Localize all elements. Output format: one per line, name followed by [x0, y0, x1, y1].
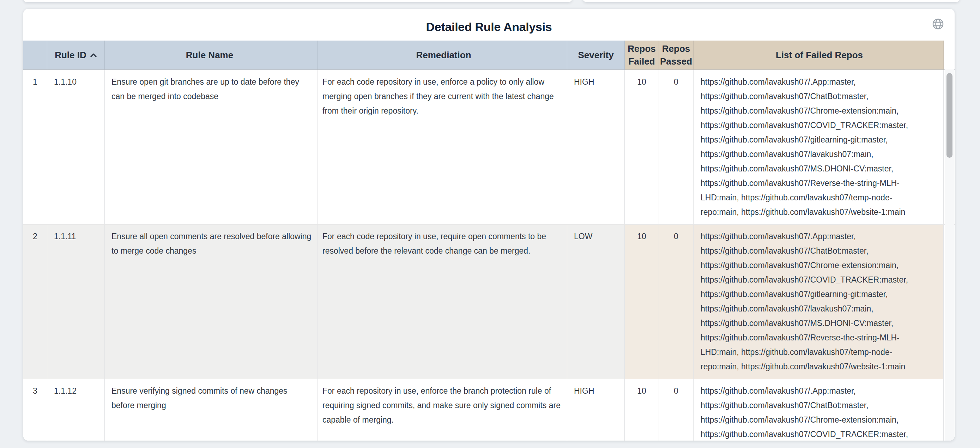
panel-above-right — [583, 0, 959, 2]
header-cell-remediation[interactable]: Remediation — [318, 41, 567, 70]
severity-cell: LOW — [567, 225, 625, 379]
globe-button[interactable] — [931, 17, 945, 31]
header-cell-rule-name[interactable]: Rule Name — [105, 41, 318, 70]
card-header: Detailed Rule Analysis — [23, 9, 955, 41]
table-row: 2 1.1.11 Ensure all open comments are re… — [23, 225, 955, 379]
severity-cell: HIGH — [567, 379, 625, 441]
failed-repos-cell: https://github.com/lavakush07/.App:maste… — [694, 70, 943, 224]
globe-icon — [931, 27, 945, 32]
header-label-rule-id: Rule ID — [55, 49, 86, 61]
row-index-cell: 1 — [23, 70, 47, 224]
table-header-row: Rule ID Rule Name Remediation Severity R… — [23, 41, 955, 70]
header-cell-failed-repos-list[interactable]: List of Failed Repos — [694, 41, 943, 70]
header-cell-repos-passed[interactable]: Repos Passed — [659, 41, 694, 70]
table-body: 1 1.1.10 Ensure open git branches are up… — [23, 70, 955, 441]
repos-failed-cell: 10 — [625, 379, 659, 441]
header-cell-severity[interactable]: Severity — [567, 41, 625, 70]
remediation-cell: For each code repository in use, require… — [318, 225, 567, 379]
row-index-cell: 3 — [23, 379, 47, 441]
rule-id-cell: 1.1.12 — [47, 379, 105, 441]
repos-passed-cell: 0 — [659, 225, 694, 379]
sort-asc-icon — [90, 53, 97, 57]
failed-repos-cell: https://github.com/lavakush07/.App:maste… — [694, 379, 943, 441]
rule-name-cell: Ensure all open comments are resolved be… — [105, 225, 318, 379]
vertical-scrollbar-track[interactable] — [945, 70, 954, 441]
rule-id-cell: 1.1.10 — [47, 70, 105, 224]
failed-repos-cell: https://github.com/lavakush07/.App:maste… — [694, 225, 943, 379]
vertical-scrollbar-thumb[interactable] — [947, 73, 953, 158]
repos-passed-cell: 0 — [659, 379, 694, 441]
repos-failed-cell: 10 — [625, 225, 659, 379]
table-row: 3 1.1.12 Ensure verifying signed commits… — [23, 379, 955, 441]
remediation-cell: For each repository in use, enforce the … — [318, 379, 567, 441]
remediation-cell: For each code repository in use, enforce… — [318, 70, 567, 224]
row-index-cell: 2 — [23, 225, 47, 379]
severity-cell: HIGH — [567, 70, 625, 224]
rule-name-cell: Ensure open git branches are up to date … — [105, 70, 318, 224]
header-cell-repos-failed[interactable]: Repos Failed — [625, 41, 659, 70]
page: { "header": { "title": "Detailed Rule An… — [0, 0, 980, 448]
header-cell-index[interactable] — [23, 41, 47, 70]
repos-failed-cell: 10 — [625, 70, 659, 224]
panel-above-left — [23, 0, 572, 2]
rule-id-cell: 1.1.11 — [47, 225, 105, 379]
rule-name-cell: Ensure verifying signed commits of new c… — [105, 379, 318, 441]
header-cell-rule-id[interactable]: Rule ID — [47, 41, 105, 70]
repos-passed-cell: 0 — [659, 70, 694, 224]
detailed-rule-analysis-card: Detailed Rule Analysis Rule ID Rule Nam — [23, 9, 955, 441]
page-title: Detailed Rule Analysis — [23, 20, 955, 34]
table-row: 1 1.1.10 Ensure open git branches are up… — [23, 70, 955, 225]
